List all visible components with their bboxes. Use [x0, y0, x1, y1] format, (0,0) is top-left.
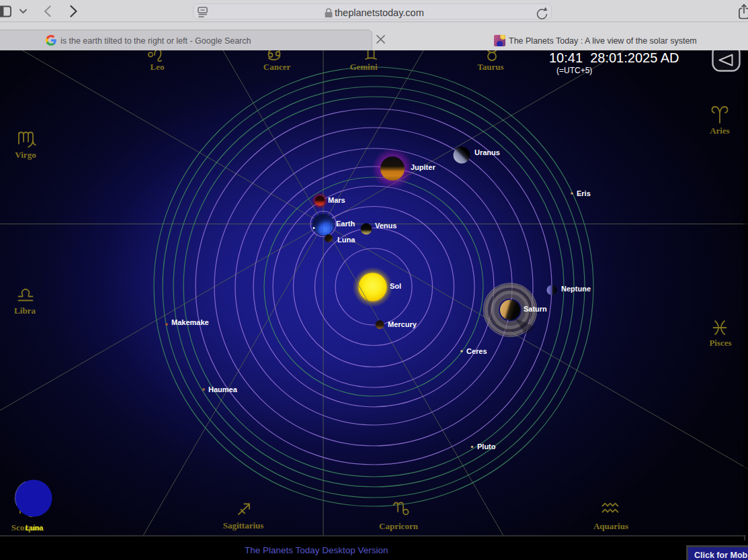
svg-text:Venus: Venus: [375, 222, 397, 230]
svg-text:Cancer: Cancer: [263, 62, 291, 72]
svg-text:Taurus: Taurus: [477, 62, 503, 72]
svg-text:Gemini: Gemini: [349, 62, 378, 72]
svg-text:Luna: Luna: [337, 236, 356, 244]
svg-text:Sagittarius: Sagittarius: [223, 520, 264, 530]
svg-text:Aries: Aries: [710, 126, 730, 136]
svg-text:Virgo: Virgo: [15, 150, 36, 160]
svg-text:Makemake: Makemake: [171, 318, 209, 326]
svg-text:Pisces: Pisces: [709, 338, 731, 348]
svg-text:Sol: Sol: [390, 282, 401, 290]
svg-text:Mars: Mars: [328, 196, 345, 204]
svg-text:Capricorn: Capricorn: [379, 521, 419, 531]
svg-text:Earth: Earth: [336, 220, 355, 228]
svg-text:Haumea: Haumea: [208, 385, 238, 393]
svg-text:Saturn: Saturn: [524, 305, 547, 313]
svg-text:Uranus: Uranus: [474, 148, 500, 156]
svg-text:(=UTC+5): (=UTC+5): [556, 66, 592, 75]
svg-text:Ceres: Ceres: [466, 347, 487, 355]
svg-text:10:41 28:01:2025 AD: 10:41 28:01:2025 AD: [549, 50, 679, 65]
svg-text:Mercury: Mercury: [388, 320, 417, 328]
svg-text:Luna: Luna: [26, 524, 44, 532]
svg-text:Aquarius: Aquarius: [593, 521, 628, 531]
svg-text:Eris: Eris: [577, 189, 591, 197]
svg-text:Leo: Leo: [151, 62, 165, 72]
svg-text:Neptune: Neptune: [561, 285, 591, 293]
svg-text:Pluto: Pluto: [477, 442, 496, 451]
svg-text:Jupiter: Jupiter: [411, 163, 435, 171]
svg-text:Libra: Libra: [14, 306, 36, 316]
svg-text:theplanetstoday.com: theplanetstoday.com: [335, 7, 424, 18]
